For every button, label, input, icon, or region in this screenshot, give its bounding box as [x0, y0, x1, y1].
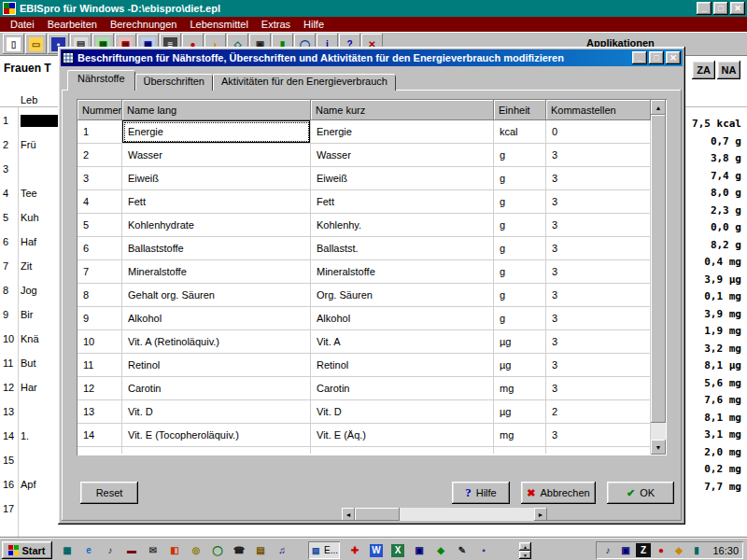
cell-kommastellen[interactable]: 3 [546, 424, 651, 447]
cell-name-kurz[interactable]: Org. Säuren [311, 284, 494, 307]
cell-einheit[interactable]: g [494, 190, 546, 214]
food-name-cell[interactable]: Frü [21, 139, 36, 150]
cell-name-kurz[interactable]: Vit. K [311, 447, 494, 454]
cell-einheit[interactable]: g [494, 260, 546, 284]
dialog-tab[interactable]: Nährstoffe [67, 70, 135, 91]
dialog-close-button[interactable]: ✕ [666, 51, 681, 64]
desktop-icon[interactable]: ▦ [58, 542, 77, 559]
cell-name-kurz[interactable]: Carotin [311, 377, 494, 400]
tray-display-icon[interactable]: ▣ [618, 543, 633, 557]
tray-volume-icon[interactable]: ♪ [600, 543, 615, 557]
cell-name-kurz[interactable]: Ballastst. [311, 237, 494, 260]
menu-item[interactable]: Extras [255, 18, 297, 31]
cell-name-lang[interactable]: Vit. E (Tocopheroläquiv.) [122, 424, 311, 447]
food-name-cell[interactable]: Knä [21, 333, 39, 344]
cell-name-kurz[interactable]: Kohlenhy. [311, 214, 494, 237]
cell-einheit[interactable]: g [494, 167, 546, 190]
food-name-cell[interactable]: But [21, 357, 36, 369]
scroll-left-icon[interactable]: ◄ [342, 508, 355, 521]
cell-einheit[interactable]: mg [494, 377, 546, 400]
cell-name-lang[interactable]: Mineralstoffe [122, 260, 311, 284]
cell-name-lang[interactable]: Eiweiß [122, 167, 311, 190]
cell-nummer[interactable]: 5 [78, 214, 122, 237]
cell-nummer[interactable]: 6 [78, 237, 122, 260]
tray-keyboard-layout-icon[interactable]: Z [636, 543, 651, 557]
food-name-cell[interactable]: Tee [21, 188, 37, 199]
cell-einheit[interactable]: kcal [494, 120, 546, 144]
tv-icon[interactable]: ▣ [410, 542, 429, 559]
cell-einheit[interactable]: mg [494, 424, 546, 447]
cell-einheit[interactable]: µg [494, 354, 546, 377]
cell-nummer[interactable]: 14 [78, 424, 122, 447]
vertical-scrollbar[interactable]: ▲ ▼ [651, 100, 666, 455]
ok-button[interactable]: ✔ OK [607, 482, 674, 504]
cell-nummer[interactable]: 8 [78, 284, 122, 307]
cell-name-lang[interactable]: Gehalt org. Säuren [122, 284, 311, 307]
cell-name-kurz[interactable]: Vit. D [311, 400, 494, 424]
notes-icon[interactable]: ▤ [251, 542, 270, 559]
cell-kommastellen[interactable]: 3 [546, 377, 651, 400]
cell-einheit[interactable]: µg [494, 447, 546, 454]
cell-nummer[interactable]: 9 [78, 307, 122, 330]
reset-button[interactable]: Reset [80, 482, 138, 504]
cell-name-lang[interactable]: Vit. D [122, 400, 311, 424]
cell-name-kurz[interactable]: Energie [311, 120, 494, 144]
cell-kommastellen[interactable]: 3 [546, 284, 651, 307]
menu-item[interactable]: Bearbeiten [41, 18, 104, 31]
task-window-button[interactable]: ▤ E... [308, 541, 340, 559]
tray-antivirus-icon[interactable]: ◆ [671, 543, 686, 557]
phone-icon[interactable]: ☎ [230, 542, 248, 559]
cell-name-lang[interactable]: Kohlenhydrate [122, 214, 311, 237]
cell-nummer[interactable]: 1 [78, 120, 122, 144]
scroll-right-icon[interactable]: ► [534, 508, 547, 521]
cell-einheit[interactable]: µg [494, 400, 546, 424]
cell-nummer[interactable]: 13 [78, 400, 122, 424]
cell-name-kurz[interactable]: Alkohol [311, 307, 494, 330]
excel-icon[interactable]: X [388, 542, 407, 559]
food-name-cell[interactable] [21, 115, 58, 127]
close-button[interactable]: ✕ [730, 2, 745, 15]
horizontal-scroll-thumb[interactable] [355, 508, 400, 521]
cell-kommastellen[interactable]: 3 [546, 144, 651, 167]
food-name-cell[interactable]: Haf [21, 236, 36, 247]
cell-name-kurz[interactable]: Vit. A [311, 330, 494, 354]
food-name-cell[interactable]: Jog [21, 285, 37, 296]
cell-name-kurz[interactable]: Retinol [311, 354, 494, 377]
dialog-tab[interactable]: Überschriften [135, 74, 213, 91]
word-icon[interactable]: W [367, 542, 386, 559]
cell-nummer[interactable]: 11 [78, 354, 122, 377]
pen-icon[interactable]: ✎ [453, 542, 472, 559]
menu-item[interactable]: Hilfe [297, 18, 331, 31]
music-icon[interactable]: ♫ [273, 542, 291, 559]
food-name-cell[interactable]: Har [21, 382, 37, 393]
menu-item[interactable]: Datei [4, 18, 41, 31]
browser-icon[interactable]: e [79, 542, 98, 559]
spinner-up-icon[interactable]: ▲ [519, 542, 531, 551]
cell-name-kurz[interactable]: Fett [311, 190, 494, 214]
cell-name-lang[interactable]: Wasser [122, 144, 311, 167]
cell-name-lang[interactable]: Carotin [122, 377, 311, 400]
cell-name-lang[interactable]: Fett [122, 190, 311, 214]
cell-name-lang[interactable]: Vit. K [122, 447, 311, 454]
food-name-cell[interactable]: 1. [21, 430, 29, 441]
cell-nummer[interactable]: 7 [78, 260, 122, 284]
cell-kommastellen[interactable]: 3 [546, 330, 651, 354]
cell-name-lang[interactable]: Ballaststoffe [122, 237, 311, 260]
cell-nummer[interactable]: 2 [78, 144, 122, 167]
cell-kommastellen[interactable]: 3 [546, 354, 651, 377]
cell-einheit[interactable]: g [494, 237, 546, 260]
tray-scheduler-icon[interactable]: ● [654, 543, 669, 557]
cell-kommastellen[interactable]: 3 [546, 447, 651, 454]
cell-name-lang[interactable]: Retinol [122, 354, 311, 377]
help-button[interactable]: ? Hilfe [452, 482, 510, 504]
cell-name-kurz[interactable]: Wasser [311, 144, 494, 167]
na-button[interactable]: NA [717, 61, 740, 79]
cell-einheit[interactable]: g [494, 284, 546, 307]
disk-icon[interactable]: ▪ [474, 542, 493, 559]
cell-einheit[interactable]: g [494, 214, 546, 237]
cell-nummer[interactable]: 10 [78, 330, 122, 354]
scroll-down-icon[interactable]: ▼ [651, 440, 666, 455]
dialog-maximize-button[interactable]: □ [649, 51, 664, 64]
cell-name-lang[interactable]: Alkohol [122, 307, 311, 330]
cell-kommastellen[interactable]: 3 [546, 190, 651, 214]
